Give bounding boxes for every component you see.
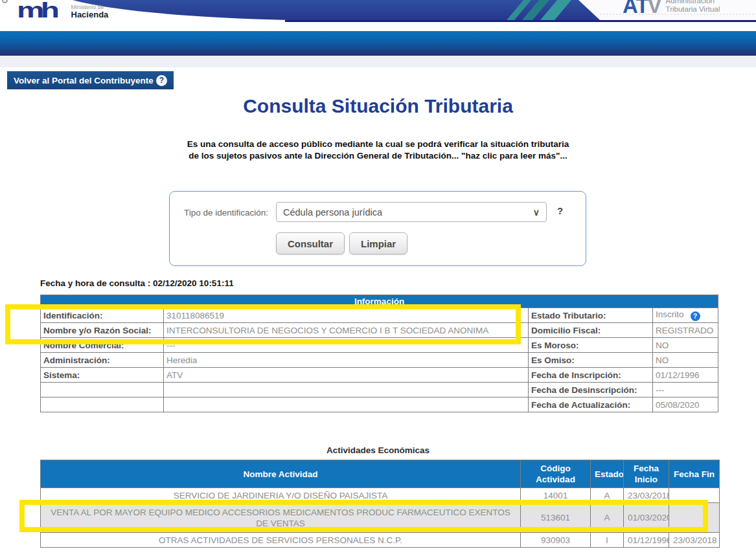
table-row-highlighted: VENTA AL POR MAYOR EQUIPO MEDICO ACCESOR…	[41, 503, 720, 533]
info-value: NO	[653, 353, 718, 368]
info-value: INTERCONSULTORIA DE NEGOCIOS Y COMERCIO …	[164, 323, 529, 338]
info-value	[164, 398, 529, 412]
page-title: Consulta Situación Tributaria	[0, 95, 756, 117]
chevron-down-icon: ∨	[533, 207, 540, 218]
activity-start-date: 01/12/1996	[624, 533, 669, 548]
table-row: Administración: Heredia Es Omiso: NO	[41, 353, 718, 368]
table-row: SERVICIO DE JARDINERIA Y/O DISEÑO PAISAJ…	[41, 488, 720, 503]
atv-tagline-2: Tributaria Virtual	[666, 5, 720, 14]
intro-line-2: de los sujetos pasivos ante la Dirección…	[0, 150, 756, 162]
back-to-portal-button[interactable]: Volver al Portal del Contribuyente ?	[7, 71, 174, 89]
info-value: ---	[164, 338, 529, 353]
info-value: 05/08/2020	[653, 398, 718, 412]
col-header-nombre-actividad: Nombre Actividad	[41, 460, 521, 488]
info-value: 310118086519	[164, 308, 529, 323]
info-label: Fecha de Actualización:	[529, 398, 653, 412]
atv-logo-at: AT	[623, 0, 648, 16]
info-label: Sistema:	[41, 368, 164, 383]
table-row: Fecha de Desinscripción: ---	[41, 383, 718, 398]
activities-table: Nombre Actividad Código Actividad Estado…	[40, 460, 720, 548]
activity-end-date	[669, 488, 720, 503]
activity-name: SERVICIO DE JARDINERIA Y/O DISEÑO PAISAJ…	[41, 488, 521, 503]
intro-line-1: Es una consulta de acceso público median…	[0, 139, 756, 150]
activity-code: 513601	[521, 503, 591, 533]
activity-start-date: 23/03/2018	[624, 488, 669, 503]
info-value: Inscrito?	[653, 308, 718, 323]
table-row: Sistema: ATV Fecha de Inscripción: 01/12…	[41, 368, 718, 383]
consultar-button[interactable]: Consultar	[276, 232, 345, 254]
info-value: NO	[653, 338, 718, 353]
main-nav-bar	[0, 31, 756, 56]
info-value: ---	[653, 383, 718, 398]
atv-logo-v: V	[648, 0, 662, 16]
estado-tributario-value: Inscrito	[656, 309, 684, 319]
table-row: OTRAS ACTIVIDADES DE SERVICIOS PERSONALE…	[41, 533, 720, 548]
activity-end-date	[669, 503, 720, 533]
atv-tagline-1: Administración	[666, 0, 720, 5]
table-row: Identificación: 310118086519 Estado Trib…	[41, 308, 718, 323]
col-header-fecha-inicio: Fecha Inicio	[624, 460, 669, 488]
activities-title: Actividades Económicas	[0, 445, 756, 455]
id-type-label: Tipo de identificación:	[184, 208, 268, 218]
table-header-row: Nombre Actividad Código Actividad Estado…	[41, 460, 720, 488]
id-type-select[interactable]: Cédula persona jurídica ∨	[276, 202, 547, 222]
table-row: Fecha de Actualización: 05/08/2020	[41, 398, 718, 412]
info-label: Administración:	[41, 353, 164, 368]
activity-name: OTRAS ACTIVIDADES DE SERVICIOS PERSONALE…	[41, 533, 521, 548]
query-datetime: Fecha y hora de consulta : 02/12/2020 10…	[40, 278, 234, 288]
info-label: Fecha de Inscripción:	[529, 368, 653, 383]
info-label: Estado Tributario:	[529, 308, 653, 323]
info-table: Información Identificación: 310118086519…	[40, 295, 718, 412]
activity-name: VENTA AL POR MAYOR EQUIPO MEDICO ACCESOR…	[41, 503, 521, 533]
info-label	[41, 398, 164, 412]
limpiar-button[interactable]: Limpiar	[349, 232, 407, 254]
info-value: REGISTRADO	[653, 323, 718, 338]
info-label	[41, 383, 164, 398]
table-row: Nombre y/o Razón Social: INTERCONSULTORI…	[41, 323, 718, 338]
info-label: Es Moroso:	[529, 338, 653, 353]
activity-start-date: 01/03/2020	[624, 503, 669, 533]
activity-end-date: 23/03/2018	[669, 533, 720, 548]
estado-help-icon[interactable]: ?	[691, 311, 700, 321]
info-label: Identificación:	[41, 308, 164, 323]
top-header: mh Ministerio de Hacienda AT V Administr…	[0, 0, 756, 31]
col-header-estado: Estado	[591, 460, 624, 488]
back-to-portal-label: Volver al Portal del Contribuyente	[14, 76, 154, 85]
activity-code: 930903	[521, 533, 591, 548]
id-type-selected-value: Cédula persona jurídica	[283, 207, 382, 218]
info-label: Domicilio Fiscal:	[529, 323, 653, 338]
info-value: ATV	[164, 368, 529, 383]
activity-status: I	[591, 533, 624, 548]
info-table-header: Información	[41, 295, 718, 308]
intro-text[interactable]: Es una consulta de acceso público median…	[0, 139, 756, 162]
info-label: Fecha de Desinscripción:	[529, 383, 653, 398]
info-label: Nombre Comercial:	[41, 338, 164, 353]
activity-status: A	[591, 488, 624, 503]
query-form-panel: Tipo de identificación: Cédula persona j…	[169, 191, 586, 266]
activity-code: 14001	[521, 488, 591, 503]
atv-logo: AT V Administración Tributaria Virtual	[623, 0, 720, 16]
info-label: Nombre y/o Razón Social:	[41, 323, 164, 338]
info-value: Heredia	[164, 353, 529, 368]
help-icon: ?	[156, 75, 167, 86]
header-sub-strip	[0, 56, 756, 67]
col-header-fecha-fin: Fecha Fin	[669, 460, 720, 488]
ministerio-hacienda-logo: mh Ministerio de Hacienda	[17, 1, 108, 20]
mh-logo-tag-bottom: Hacienda	[71, 10, 109, 19]
info-value	[164, 383, 529, 398]
form-help-icon[interactable]: ?	[557, 205, 563, 216]
info-label: Es Omiso:	[529, 353, 653, 368]
col-header-codigo-actividad: Código Actividad	[521, 460, 591, 488]
info-value: 01/12/1996	[653, 368, 718, 383]
activity-status: A	[591, 503, 624, 533]
mh-logo-mark: mh	[17, 1, 56, 20]
table-row: Nombre Comercial: --- Es Moroso: NO	[41, 338, 718, 353]
